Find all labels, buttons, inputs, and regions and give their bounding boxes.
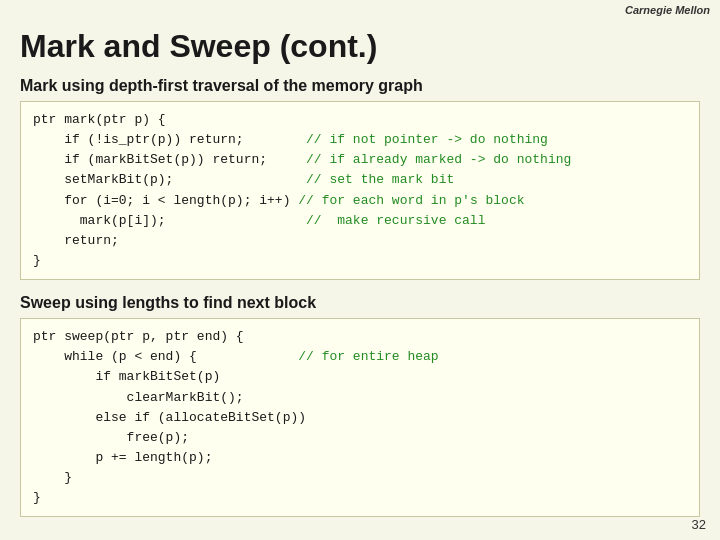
code-line: }	[33, 251, 687, 271]
code-line: p += length(p);	[33, 448, 687, 468]
code-line: if markBitSet(p)	[33, 367, 687, 387]
code-line: if (markBitSet(p)) return; // if already…	[33, 150, 687, 170]
code-line: return;	[33, 231, 687, 251]
code-line: while (p < end) { // for entire heap	[33, 347, 687, 367]
code-block-mark: ptr mark(ptr p) { if (!is_ptr(p)) return…	[20, 101, 700, 280]
page-title: Mark and Sweep (cont.)	[20, 28, 700, 65]
code-line: mark(p[i]); // make recursive call	[33, 211, 687, 231]
code-line: ptr sweep(ptr p, ptr end) {	[33, 327, 687, 347]
code-line: for (i=0; i < length(p); i++) // for eac…	[33, 191, 687, 211]
code-line: setMarkBit(p); // set the mark bit	[33, 170, 687, 190]
code-line: free(p);	[33, 428, 687, 448]
section2-title: Sweep using lengths to find next block	[20, 294, 700, 312]
code-block-sweep: ptr sweep(ptr p, ptr end) { while (p < e…	[20, 318, 700, 517]
code-line: }	[33, 468, 687, 488]
page-number: 32	[692, 517, 706, 532]
code-line: ptr mark(ptr p) {	[33, 110, 687, 130]
cmu-logo: Carnegie Mellon	[625, 4, 710, 16]
code-line: }	[33, 488, 687, 508]
code-line: if (!is_ptr(p)) return; // if not pointe…	[33, 130, 687, 150]
code-line: clearMarkBit();	[33, 388, 687, 408]
section1-title: Mark using depth-first traversal of the …	[20, 77, 700, 95]
code-line: else if (allocateBitSet(p))	[33, 408, 687, 428]
